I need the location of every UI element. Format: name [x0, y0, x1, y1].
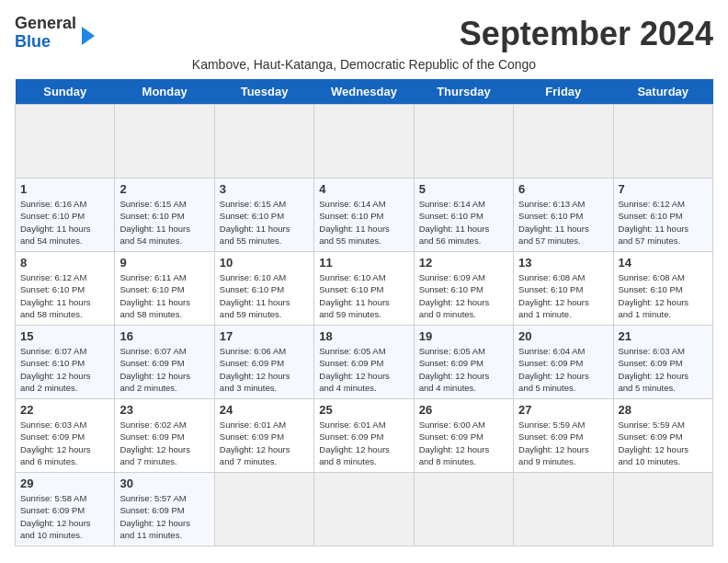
day-number: 9 — [119, 256, 209, 270]
calendar-cell: 1Sunrise: 6:16 AM Sunset: 6:10 PM Daylig… — [16, 178, 115, 252]
day-info: Sunrise: 6:16 AM Sunset: 6:10 PM Dayligh… — [20, 198, 109, 247]
calendar-body: 1Sunrise: 6:16 AM Sunset: 6:10 PM Daylig… — [16, 105, 713, 546]
day-number: 8 — [20, 256, 109, 270]
day-info: Sunrise: 6:13 AM Sunset: 6:10 PM Dayligh… — [518, 198, 608, 247]
calendar-cell: 9Sunrise: 6:11 AM Sunset: 6:10 PM Daylig… — [115, 252, 214, 326]
day-number: 2 — [119, 182, 209, 196]
day-info: Sunrise: 6:03 AM Sunset: 6:09 PM Dayligh… — [20, 419, 109, 467]
calendar-cell: 16Sunrise: 6:07 AM Sunset: 6:09 PM Dayli… — [115, 326, 214, 399]
day-number: 24 — [220, 403, 309, 417]
calendar-cell: 21Sunrise: 6:03 AM Sunset: 6:09 PM Dayli… — [613, 326, 712, 399]
calendar-cell — [214, 473, 313, 546]
day-info: Sunrise: 6:10 AM Sunset: 6:10 PM Dayligh… — [220, 271, 309, 320]
calendar-cell: 20Sunrise: 6:04 AM Sunset: 6:09 PM Dayli… — [514, 326, 613, 399]
day-info: Sunrise: 6:11 AM Sunset: 6:10 PM Dayligh… — [119, 271, 209, 320]
calendar-cell: 6Sunrise: 6:13 AM Sunset: 6:10 PM Daylig… — [514, 178, 613, 252]
day-info: Sunrise: 6:05 AM Sunset: 6:09 PM Dayligh… — [419, 345, 508, 394]
day-info: Sunrise: 6:01 AM Sunset: 6:09 PM Dayligh… — [220, 419, 309, 467]
day-number: 16 — [119, 329, 209, 343]
day-number: 15 — [20, 329, 109, 343]
calendar-cell — [314, 473, 414, 546]
day-header-row: SundayMondayTuesdayWednesdayThursdayFrid… — [16, 79, 713, 105]
day-info: Sunrise: 6:15 AM Sunset: 6:10 PM Dayligh… — [119, 198, 209, 247]
logo-arrow-icon — [82, 27, 95, 45]
day-number: 11 — [319, 256, 408, 270]
day-info: Sunrise: 6:00 AM Sunset: 6:09 PM Dayligh… — [419, 419, 508, 467]
day-number: 19 — [419, 329, 508, 343]
day-number: 23 — [119, 403, 209, 417]
day-info: Sunrise: 6:07 AM Sunset: 6:09 PM Dayligh… — [119, 345, 209, 394]
calendar-cell: 25Sunrise: 6:01 AM Sunset: 6:09 PM Dayli… — [314, 399, 414, 473]
calendar-cell: 23Sunrise: 6:02 AM Sunset: 6:09 PM Dayli… — [115, 399, 214, 473]
calendar-cell — [414, 105, 513, 178]
calendar-cell: 19Sunrise: 6:05 AM Sunset: 6:09 PM Dayli… — [414, 326, 513, 399]
calendar-cell: 2Sunrise: 6:15 AM Sunset: 6:10 PM Daylig… — [115, 178, 214, 252]
calendar-cell: 24Sunrise: 6:01 AM Sunset: 6:09 PM Dayli… — [214, 399, 313, 473]
day-number: 17 — [220, 329, 309, 343]
calendar-cell — [414, 473, 513, 546]
day-number: 22 — [20, 403, 109, 417]
day-info: Sunrise: 6:06 AM Sunset: 6:09 PM Dayligh… — [220, 345, 309, 394]
day-number: 26 — [419, 403, 508, 417]
calendar-cell: 30Sunrise: 5:57 AM Sunset: 6:09 PM Dayli… — [115, 473, 214, 546]
day-number: 13 — [518, 256, 608, 270]
calendar-cell: 28Sunrise: 5:59 AM Sunset: 6:09 PM Dayli… — [613, 399, 712, 473]
day-info: Sunrise: 6:05 AM Sunset: 6:09 PM Dayligh… — [319, 345, 408, 394]
calendar-cell — [514, 473, 613, 546]
logo-text: General Blue — [15, 15, 76, 52]
day-info: Sunrise: 6:08 AM Sunset: 6:10 PM Dayligh… — [619, 271, 708, 320]
calendar-cell: 17Sunrise: 6:06 AM Sunset: 6:09 PM Dayli… — [214, 326, 313, 399]
day-info: Sunrise: 6:03 AM Sunset: 6:09 PM Dayligh… — [619, 345, 708, 394]
day-number: 28 — [619, 403, 708, 417]
calendar-cell — [514, 105, 613, 178]
day-header-monday: Monday — [115, 79, 214, 105]
day-info: Sunrise: 5:59 AM Sunset: 6:09 PM Dayligh… — [518, 419, 608, 467]
day-info: Sunrise: 6:08 AM Sunset: 6:10 PM Dayligh… — [518, 271, 608, 320]
day-number: 7 — [619, 182, 708, 196]
calendar-cell: 5Sunrise: 6:14 AM Sunset: 6:10 PM Daylig… — [414, 178, 513, 252]
day-number: 4 — [319, 182, 408, 196]
day-number: 10 — [220, 256, 309, 270]
day-number: 18 — [319, 329, 408, 343]
calendar-cell: 11Sunrise: 6:10 AM Sunset: 6:10 PM Dayli… — [314, 252, 414, 326]
day-info: Sunrise: 6:14 AM Sunset: 6:10 PM Dayligh… — [319, 198, 408, 247]
page-header: General Blue September 2024 — [15, 15, 713, 53]
day-number: 6 — [518, 182, 608, 196]
day-number: 1 — [20, 182, 109, 196]
calendar-cell: 15Sunrise: 6:07 AM Sunset: 6:10 PM Dayli… — [16, 326, 115, 399]
day-number: 21 — [619, 329, 708, 343]
day-number: 14 — [619, 256, 708, 270]
day-number: 20 — [518, 329, 608, 343]
day-header-wednesday: Wednesday — [314, 79, 414, 105]
week-row-5: 29Sunrise: 5:58 AM Sunset: 6:09 PM Dayli… — [16, 473, 713, 546]
calendar-cell: 13Sunrise: 6:08 AM Sunset: 6:10 PM Dayli… — [514, 252, 613, 326]
day-info: Sunrise: 6:01 AM Sunset: 6:09 PM Dayligh… — [319, 419, 408, 467]
day-info: Sunrise: 6:04 AM Sunset: 6:09 PM Dayligh… — [518, 345, 608, 394]
day-info: Sunrise: 6:12 AM Sunset: 6:10 PM Dayligh… — [619, 198, 708, 247]
day-info: Sunrise: 5:59 AM Sunset: 6:09 PM Dayligh… — [619, 419, 708, 467]
day-number: 29 — [20, 477, 109, 490]
day-header-sunday: Sunday — [16, 79, 115, 105]
day-number: 5 — [419, 182, 508, 196]
calendar-cell — [314, 105, 414, 178]
calendar-subtitle: Kambove, Haut-Katanga, Democratic Republ… — [15, 57, 713, 72]
day-info: Sunrise: 6:02 AM Sunset: 6:09 PM Dayligh… — [119, 419, 209, 467]
calendar-cell: 3Sunrise: 6:15 AM Sunset: 6:10 PM Daylig… — [214, 178, 313, 252]
week-row-4: 22Sunrise: 6:03 AM Sunset: 6:09 PM Dayli… — [16, 399, 713, 473]
calendar-cell: 14Sunrise: 6:08 AM Sunset: 6:10 PM Dayli… — [613, 252, 712, 326]
day-info: Sunrise: 6:14 AM Sunset: 6:10 PM Dayligh… — [419, 198, 508, 247]
calendar-cell: 7Sunrise: 6:12 AM Sunset: 6:10 PM Daylig… — [613, 178, 712, 252]
day-header-saturday: Saturday — [613, 79, 712, 105]
day-number: 30 — [119, 477, 209, 490]
month-title: September 2024 — [460, 15, 713, 53]
calendar-cell: 29Sunrise: 5:58 AM Sunset: 6:09 PM Dayli… — [16, 473, 115, 546]
day-info: Sunrise: 6:10 AM Sunset: 6:10 PM Dayligh… — [319, 271, 408, 320]
calendar-cell: 26Sunrise: 6:00 AM Sunset: 6:09 PM Dayli… — [414, 399, 513, 473]
day-header-thursday: Thursday — [414, 79, 513, 105]
calendar-cell: 18Sunrise: 6:05 AM Sunset: 6:09 PM Dayli… — [314, 326, 414, 399]
calendar-cell: 10Sunrise: 6:10 AM Sunset: 6:10 PM Dayli… — [214, 252, 313, 326]
week-row-3: 15Sunrise: 6:07 AM Sunset: 6:10 PM Dayli… — [16, 326, 713, 399]
week-row-1: 1Sunrise: 6:16 AM Sunset: 6:10 PM Daylig… — [16, 178, 713, 252]
week-row-2: 8Sunrise: 6:12 AM Sunset: 6:10 PM Daylig… — [16, 252, 713, 326]
day-number: 25 — [319, 403, 408, 417]
